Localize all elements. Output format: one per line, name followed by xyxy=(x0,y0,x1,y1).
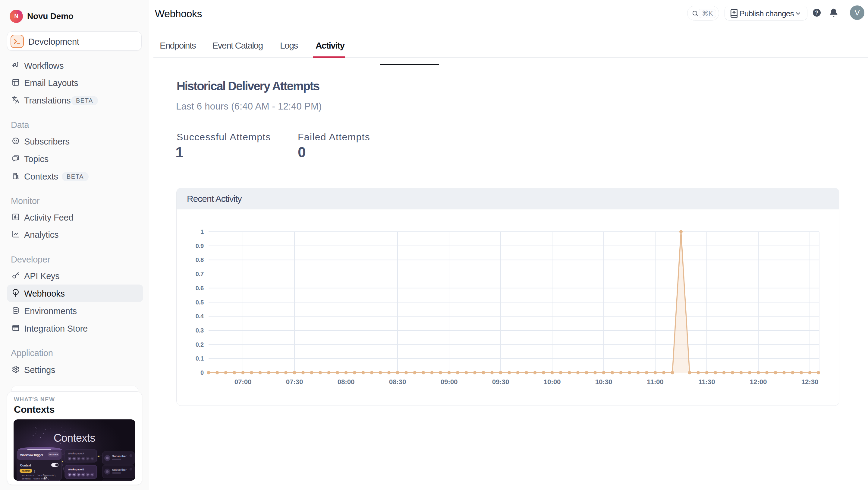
svg-text:Workflow trigger: Workflow trigger xyxy=(20,454,43,457)
svg-text:Workspace B: Workspace B xyxy=(68,468,84,471)
svg-text:context: context xyxy=(22,469,30,472)
svg-text:Subscriber: Subscriber xyxy=(112,454,127,458)
svg-text:{: { xyxy=(34,470,35,473)
svg-text:Workspace A: Workspace A xyxy=(68,452,84,455)
svg-text:workspace: "workspace-b",: workspace: "workspace-b", xyxy=(22,474,56,477)
svg-text:Context: Context xyxy=(20,464,31,467)
svg-text:Contexts: Contexts xyxy=(54,432,95,444)
svg-text:TRIGGER: TRIGGER xyxy=(49,454,58,456)
svg-text:Subscriber: Subscriber xyxy=(112,468,127,471)
